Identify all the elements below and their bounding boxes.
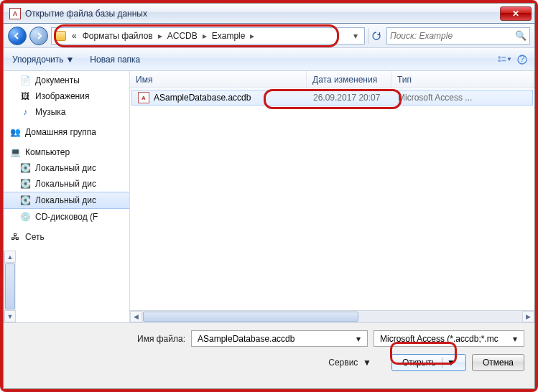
- help-icon: ?: [517, 55, 527, 65]
- document-icon: 📄: [19, 75, 31, 86]
- organize-label: Упорядочить: [12, 55, 63, 65]
- network-icon: 🖧: [9, 231, 21, 243]
- chevron-down-icon: ▼: [65, 55, 74, 65]
- scroll-thumb[interactable]: [5, 263, 15, 309]
- sidebar-item-label: Локальный дис: [35, 195, 96, 205]
- sidebar-item-label: Локальный дис: [35, 163, 96, 173]
- breadcrumb-seg-3[interactable]: Example: [209, 28, 249, 44]
- sidebar-item-disk[interactable]: 💽Локальный дис: [4, 192, 129, 209]
- search-input[interactable]: [390, 31, 515, 41]
- refresh-button[interactable]: [368, 28, 384, 44]
- refresh-icon: [371, 31, 381, 41]
- cancel-label: Отмена: [483, 358, 514, 368]
- cancel-button[interactable]: Отмена: [472, 354, 524, 371]
- scroll-left-icon[interactable]: ◀: [130, 311, 142, 322]
- nav-row: « Форматы файлов ▸ ACCDB ▸ Example ▸ ▾ 🔍: [4, 24, 534, 48]
- organize-menu[interactable]: Упорядочить ▼: [8, 53, 78, 66]
- homegroup-icon: 👥: [9, 126, 21, 138]
- breadcrumb-dropdown[interactable]: ▾: [350, 31, 361, 41]
- breadcrumb-prefix: «: [69, 28, 80, 44]
- file-row[interactable]: AASampleDatabase.accdb 26.09.2017 20:07 …: [131, 90, 533, 106]
- file-pane: Имя Дата изменения Тип AASampleDatabase.…: [130, 71, 534, 322]
- scroll-down-icon[interactable]: ▼: [4, 310, 16, 322]
- filename-combo[interactable]: ASampleDatabase.accdb ▾: [191, 330, 368, 347]
- close-button[interactable]: ✕: [500, 6, 532, 21]
- disk-icon: 💽: [19, 162, 31, 174]
- view-mode-button[interactable]: ▼: [497, 52, 513, 67]
- sidebar-item-label: Изображения: [35, 91, 89, 101]
- sidebar-item-label: CD-дисковод (F: [35, 212, 98, 222]
- column-type[interactable]: Тип: [391, 71, 534, 88]
- new-folder-label: Новая папка: [90, 55, 140, 65]
- chevron-right-icon[interactable]: ▸: [200, 31, 209, 41]
- bottom-panel: Имя файла: ASampleDatabase.accdb ▾ Micro…: [4, 323, 534, 388]
- search-icon: 🔍: [515, 30, 527, 41]
- scroll-right-icon[interactable]: ▶: [522, 311, 534, 322]
- images-icon: 🖼: [19, 90, 31, 102]
- sidebar-item-disk[interactable]: 💽Локальный дис: [4, 176, 129, 192]
- split-chevron-icon[interactable]: ▼: [442, 358, 455, 368]
- help-button[interactable]: ?: [514, 52, 530, 67]
- filetype-combo[interactable]: Microsoft Access (*.accdb;*.mc ▾: [374, 330, 524, 347]
- nav-back-button[interactable]: [8, 27, 27, 45]
- sidebar-item-network[interactable]: 🖧Сеть: [4, 229, 129, 245]
- nav-forward-button[interactable]: [29, 27, 48, 45]
- arrow-right-icon: [34, 32, 43, 40]
- sidebar-item-label: Локальный дис: [35, 179, 96, 189]
- column-label: Тип: [397, 75, 412, 85]
- cd-icon: 💿: [19, 211, 31, 223]
- service-label: Сервис: [328, 358, 358, 368]
- file-type: Microsoft Access ...: [398, 93, 472, 103]
- column-name[interactable]: Имя: [130, 71, 307, 88]
- svg-rect-2: [501, 57, 506, 58]
- scroll-up-icon[interactable]: ▲: [4, 251, 16, 263]
- filename-label: Имя файла:: [137, 334, 185, 344]
- computer-icon: 💻: [9, 146, 21, 158]
- breadcrumb-bar[interactable]: « Форматы файлов ▸ ACCDB ▸ Example ▸ ▾: [51, 27, 365, 45]
- file-hscrollbar[interactable]: ◀ ▶: [130, 310, 534, 322]
- svg-rect-1: [498, 60, 501, 62]
- arrow-left-icon: [13, 32, 22, 40]
- sidebar-item-images[interactable]: 🖼Изображения: [4, 88, 129, 104]
- file-name: ASampleDatabase.accdb: [154, 93, 251, 103]
- nav-sidebar: 📄Документы 🖼Изображения ♪Музыка 👥Домашня…: [4, 71, 130, 322]
- filename-value: ASampleDatabase.accdb: [195, 334, 353, 344]
- column-date[interactable]: Дата изменения: [307, 71, 391, 88]
- sidebar-item-documents[interactable]: 📄Документы: [4, 73, 129, 88]
- chevron-right-icon[interactable]: ▸: [248, 31, 256, 41]
- sidebar-item-homegroup[interactable]: 👥Домашняя группа: [4, 124, 129, 140]
- disk-icon: 💽: [19, 195, 31, 206]
- chevron-right-icon[interactable]: ▸: [156, 31, 164, 41]
- breadcrumb-seg-1[interactable]: Форматы файлов: [80, 28, 156, 44]
- sidebar-item-cd[interactable]: 💿CD-дисковод (F: [4, 209, 129, 225]
- svg-rect-3: [501, 60, 506, 61]
- list-view-icon: [498, 55, 506, 65]
- sidebar-item-computer[interactable]: 💻Компьютер: [4, 144, 129, 160]
- chevron-down-icon[interactable]: ▾: [509, 334, 521, 344]
- open-button[interactable]: Открыть ▼: [391, 354, 466, 371]
- sidebar-item-label: Документы: [35, 75, 80, 85]
- chevron-down-icon[interactable]: ▾: [353, 334, 364, 344]
- folder-icon: [55, 31, 66, 41]
- sidebar-item-label: Музыка: [35, 107, 65, 117]
- file-date: 26.09.2017 20:07: [313, 93, 380, 103]
- access-file-icon: A: [138, 92, 149, 103]
- svg-rect-0: [498, 56, 501, 58]
- sidebar-item-music[interactable]: ♪Музыка: [4, 104, 129, 120]
- access-app-icon: A: [9, 8, 21, 19]
- new-folder-button[interactable]: Новая папка: [85, 53, 144, 66]
- filetype-value: Microsoft Access (*.accdb;*.mc: [377, 334, 509, 344]
- sidebar-item-label: Сеть: [25, 232, 45, 242]
- search-box[interactable]: 🔍: [386, 27, 530, 45]
- disk-icon: 💽: [19, 178, 31, 190]
- open-file-dialog: A Открытие файла базы данных ✕ « Форматы…: [3, 3, 535, 389]
- sidebar-scrollbar[interactable]: ▲ ▼: [4, 251, 16, 322]
- sidebar-item-disk[interactable]: 💽Локальный дис: [4, 160, 129, 176]
- breadcrumb-seg-2[interactable]: ACCDB: [164, 28, 200, 44]
- music-icon: ♪: [19, 106, 31, 118]
- column-label: Имя: [136, 75, 152, 85]
- scroll-thumb[interactable]: [143, 312, 358, 322]
- body-split: 📄Документы 🖼Изображения ♪Музыка 👥Домашня…: [4, 71, 534, 323]
- service-menu[interactable]: Сервис ▼: [328, 358, 371, 368]
- column-label: Дата изменения: [312, 75, 377, 85]
